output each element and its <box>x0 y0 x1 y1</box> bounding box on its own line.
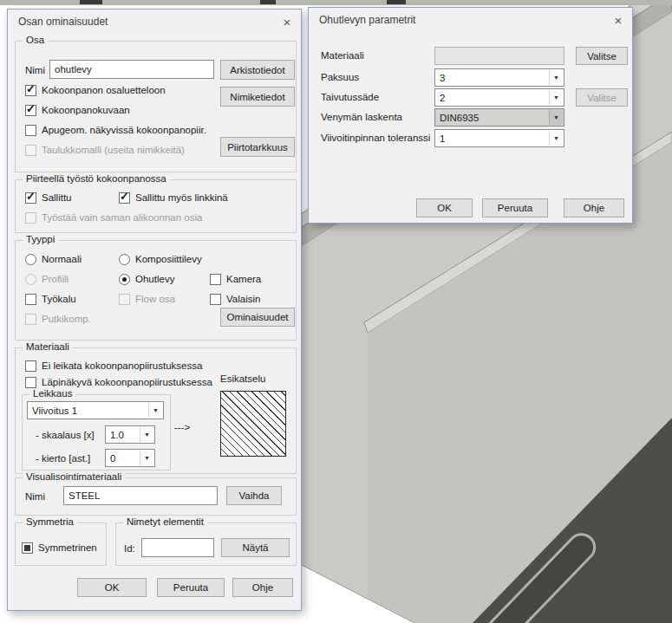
hatch-rotation-select[interactable]: 0 ▼ <box>105 449 155 467</box>
id-input[interactable] <box>141 538 214 557</box>
materiaali-label: Materiaali <box>321 50 364 61</box>
ok-button[interactable]: OK <box>416 198 473 217</box>
ohje-button[interactable]: Ohje <box>232 578 293 597</box>
group-symmetria-label: Symmetria <box>23 516 77 527</box>
chevron-down-icon: ▼ <box>549 90 563 105</box>
checkbox-box-icon <box>210 294 221 305</box>
checkbox-flow-osa: Flow osa <box>119 293 175 305</box>
nimi-label: Nimi <box>25 65 45 75</box>
peruuta-button[interactable]: Peruuta <box>482 198 548 217</box>
hatch-arrow: ---> <box>174 422 190 432</box>
checkbox-box-icon <box>25 377 36 388</box>
peruuta-button[interactable]: Peruuta <box>157 578 225 597</box>
checkbox-label: Kokoonpanon osaluetteloon <box>42 85 166 95</box>
radio-ohutlevy[interactable]: Ohutlevy <box>119 273 174 285</box>
checkbox-label: Ei leikata kokoonpanopiirustuksessa <box>42 360 202 371</box>
part-dialog-title: Osan ominaisuudet <box>18 16 108 28</box>
checkbox-kokoonpanon-osaluetteloon[interactable]: Kokoonpanon osaluetteloon <box>25 84 166 96</box>
valitse-radius-button: Valitse <box>576 88 628 107</box>
stretch-calc-select[interactable]: DIN6935 ▼ <box>434 108 564 127</box>
checkbox-box-icon <box>25 105 36 116</box>
checkbox-label: Läpinäkyvä kokoonpanopiirustuksessa <box>42 377 212 387</box>
close-icon[interactable]: × <box>610 12 626 28</box>
group-tyyppi-label: Tyyppi <box>23 234 58 244</box>
checkbox-sallittu-linkkina[interactable]: Sallittu myös linkkinä <box>119 191 228 204</box>
radio-button-icon <box>119 254 130 265</box>
radio-button-icon <box>25 254 36 265</box>
chevron-down-icon: ▼ <box>549 131 563 146</box>
checkbox-label: Flow osa <box>135 294 175 304</box>
part-name-input[interactable]: ohutlevy <box>49 60 214 79</box>
arkistotiedot-button[interactable]: Arkistotiedot <box>220 60 295 80</box>
ominaisuudet-button[interactable]: Ominaisuudet <box>220 308 295 327</box>
group-nimetyt-label: Nimetyt elementit <box>123 516 207 527</box>
vaihda-button[interactable]: Vaihda <box>226 486 282 505</box>
checkbox-label: Taulukkomalli (useita nimikkeitä) <box>42 145 185 155</box>
toolbar-clipped-text <box>260 0 276 4</box>
esikatselu-label: Esikatselu <box>220 373 265 384</box>
group-materiaali-label: Materiaali <box>23 341 73 352</box>
checkbox-symmetrinen[interactable]: Symmetrinen <box>22 542 97 554</box>
vis-material-value: STEEL <box>69 490 100 501</box>
checkbox-ei-leikata[interactable]: Ei leikata kokoonpanopiirustuksessa <box>25 360 202 372</box>
checkbox-label: Putkikomp. <box>42 314 91 324</box>
group-osa-label: Osa <box>23 35 48 45</box>
hatch-pattern-select[interactable]: Viivoitus 1 ▼ <box>27 401 164 419</box>
checkbox-kamera[interactable]: Kamera <box>210 273 261 285</box>
checkbox-label: Symmetrinen <box>38 542 97 553</box>
ohje-button[interactable]: Ohje <box>564 198 624 217</box>
chevron-down-icon: ▼ <box>549 70 563 85</box>
checkbox-box-icon <box>25 314 36 325</box>
checkbox-label: Apugeom. näkyvissä kokoonpanopiir. <box>42 125 206 135</box>
taivutussade-label: Taivutussäde <box>321 92 379 102</box>
piirtotarkkuus-button[interactable]: Piirtotarkkuus <box>220 137 295 157</box>
part-dialog-titlebar[interactable]: Osan ominaisuudet <box>8 10 301 34</box>
checkbox-box-icon <box>25 192 36 204</box>
bend-radius-select[interactable]: 2 ▼ <box>434 88 564 107</box>
surface-tolerance-select[interactable]: 1 ▼ <box>434 129 564 147</box>
hatch-scale-select[interactable]: 1.0 ▼ <box>105 425 155 444</box>
group-leikkaus-label: Leikkaus <box>29 388 75 399</box>
ok-button[interactable]: OK <box>77 578 147 597</box>
part-properties-dialog: Osan ominaisuudet × Osa Nimi ohutlevy Ar… <box>7 9 302 611</box>
vis-material-input[interactable]: STEEL <box>63 486 218 505</box>
id-label: Id: <box>124 543 135 554</box>
sheet-dialog-titlebar[interactable]: Ohutlevyn parametrit <box>309 8 632 32</box>
bend-radius-value: 2 <box>440 93 445 103</box>
checkbox-sallittu[interactable]: Sallittu <box>25 191 72 204</box>
close-icon[interactable]: × <box>279 14 295 29</box>
nayta-button[interactable]: Näytä <box>221 538 290 557</box>
checkbox-label: Työstää vain saman alikoonnan osia <box>42 212 202 223</box>
radio-normaali[interactable]: Normaali <box>25 253 82 265</box>
radio-button-icon <box>119 274 130 285</box>
radio-komposiittilevy[interactable]: Komposiittilevy <box>119 253 202 265</box>
checkbox-box-icon <box>25 212 36 224</box>
chevron-down-icon: ▼ <box>549 110 563 125</box>
checkbox-lapinakyva[interactable]: Läpinäkyvä kokoonpanopiirustuksessa <box>25 376 212 388</box>
checkbox-valaisin[interactable]: Valaisin <box>210 293 260 305</box>
hatch-scale-value: 1.0 <box>110 430 124 440</box>
group-tyosto: Piirteellä työstö kokoonpanossa <box>15 179 297 233</box>
checkbox-box-icon <box>25 294 36 305</box>
toolbar-clipped-text <box>80 0 102 4</box>
checkbox-kokoonpanokuvaan[interactable]: Kokoonpanokuvaan <box>25 104 130 116</box>
chevron-down-icon: ▼ <box>140 451 153 465</box>
thickness-select[interactable]: 3 ▼ <box>434 68 564 87</box>
radio-label: Normaali <box>42 254 82 264</box>
checkbox-alikoonta: Työstää vain saman alikoonnan osia <box>25 211 202 224</box>
checkbox-box-icon <box>25 360 36 372</box>
group-visualisointi-label: Visualisointimateriaali <box>23 471 125 482</box>
checkbox-box-icon <box>22 542 33 554</box>
part-name-value: ohutlevy <box>55 64 92 75</box>
hatch-pattern-value: Viivoitus 1 <box>32 406 77 416</box>
checkbox-taulukkomalli: Taulukkomalli (useita nimikkeitä) <box>25 144 185 156</box>
checkbox-label: Kamera <box>226 274 261 284</box>
checkbox-tyokalu[interactable]: Työkalu <box>25 293 76 305</box>
valitse-material-button[interactable]: Valitse <box>576 47 628 65</box>
chevron-down-icon: ▼ <box>140 427 153 442</box>
checkbox-apugeom[interactable]: Apugeom. näkyvissä kokoonpanopiir. <box>25 124 206 136</box>
checkbox-box-icon <box>25 145 36 156</box>
nimiketiedot-button[interactable]: Nimiketiedot <box>220 87 295 107</box>
checkbox-label: Kokoonpanokuvaan <box>42 105 130 115</box>
skaalaus-label: - skaalaus [x] <box>36 430 95 440</box>
